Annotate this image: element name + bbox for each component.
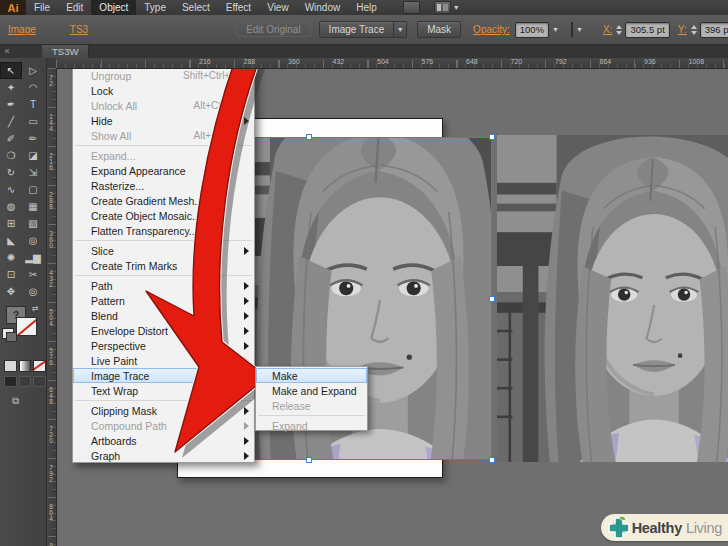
image-trace-submenu-item[interactable]: Make and Expand bbox=[256, 383, 367, 398]
rotate-tool-icon[interactable]: ↻ bbox=[0, 164, 22, 181]
menu-bar-item[interactable]: Select bbox=[174, 0, 218, 15]
object-menu-item[interactable]: Flatten Transparency... bbox=[73, 223, 254, 238]
image-trace-dropdown[interactable]: Image Trace ▼ bbox=[319, 21, 408, 38]
object-menu-item[interactable]: Artboards bbox=[73, 433, 254, 448]
menu-bar-item[interactable]: View bbox=[259, 0, 297, 15]
none-button[interactable] bbox=[33, 360, 46, 372]
image-trace-submenu-item[interactable]: Expand bbox=[256, 418, 367, 433]
selection-handle-bottom-right[interactable] bbox=[489, 457, 495, 463]
object-menu-item[interactable]: Expand... bbox=[73, 148, 254, 163]
chevron-down-icon[interactable]: ▼ bbox=[394, 21, 407, 38]
vertical-ruler[interactable]: 7 21 4 42 1 62 8 83 6 04 3 25 0 45 7 66 … bbox=[46, 68, 57, 546]
object-menu-item[interactable]: Pattern bbox=[73, 293, 254, 308]
menu-bar-item[interactable]: Edit bbox=[58, 0, 91, 15]
type-tool-icon[interactable]: T bbox=[22, 96, 44, 113]
color-button[interactable] bbox=[4, 360, 17, 372]
symbol-sprayer-tool-icon[interactable]: ✺ bbox=[0, 249, 22, 266]
menu-bar-item[interactable]: Object bbox=[91, 0, 136, 15]
object-menu-item[interactable]: Graph bbox=[73, 448, 254, 463]
draw-behind-button[interactable] bbox=[19, 376, 32, 387]
object-menu-item[interactable]: Ungroup Shift+Ctrl+G bbox=[73, 68, 254, 83]
menu-bar-item[interactable]: File bbox=[26, 0, 58, 15]
eyedropper-tool-icon[interactable]: ◣ bbox=[0, 232, 22, 249]
menu-bar-item[interactable]: Window bbox=[297, 0, 349, 15]
object-menu-item[interactable]: Unlock All Alt+Ctrl+2 bbox=[73, 98, 254, 113]
object-menu-item[interactable]: Live Paint bbox=[73, 353, 254, 368]
blend-tool-icon[interactable]: ◎ bbox=[22, 232, 44, 249]
object-type-label[interactable]: Image bbox=[8, 24, 36, 35]
paintbrush-tool-icon[interactable]: ✐ bbox=[0, 130, 22, 147]
object-menu-item[interactable]: Envelope Distort bbox=[73, 323, 254, 338]
swap-fill-stroke-icon[interactable]: ⇄ bbox=[32, 304, 39, 313]
screen-mode-icon[interactable]: ⧉ bbox=[12, 395, 46, 407]
document-tab[interactable]: TS3W bbox=[42, 44, 89, 58]
object-menu-item[interactable]: Path bbox=[73, 278, 254, 293]
perspective-grid-tool-icon[interactable]: ▦ bbox=[22, 198, 44, 215]
width-tool-icon[interactable]: ∿ bbox=[0, 181, 22, 198]
image-trace-submenu-item[interactable]: Make bbox=[256, 368, 367, 383]
chevron-down-icon[interactable]: ▼ bbox=[552, 26, 559, 33]
opacity-label[interactable]: Opacity: bbox=[473, 24, 510, 35]
image-trace-submenu-item[interactable]: Release bbox=[256, 398, 367, 413]
mesh-tool-icon[interactable]: ⊞ bbox=[0, 215, 22, 232]
zoom-tool-icon[interactable]: ◎ bbox=[22, 283, 44, 300]
object-menu-item[interactable]: Blend bbox=[73, 308, 254, 323]
gradient-button[interactable] bbox=[19, 360, 32, 372]
menu-bar-item[interactable]: Effect bbox=[218, 0, 259, 15]
object-menu-item[interactable]: Hide bbox=[73, 113, 254, 128]
bridge-icon[interactable] bbox=[403, 1, 420, 14]
pencil-tool-icon[interactable]: ✏ bbox=[22, 130, 44, 147]
scale-tool-icon[interactable]: ⇲ bbox=[22, 164, 44, 181]
object-menu-item[interactable]: Show All Alt+Ctrl+3 bbox=[73, 128, 254, 143]
free-transform-tool-icon[interactable]: ▢ bbox=[22, 181, 44, 198]
selection-tool-icon[interactable]: ↖ bbox=[0, 62, 22, 79]
pen-tool-icon[interactable]: ✒ bbox=[0, 96, 22, 113]
linked-file-label[interactable]: TS3 bbox=[70, 24, 88, 35]
reference-point-grid[interactable] bbox=[593, 23, 595, 37]
horizontal-ruler[interactable]: 2162883604325045766487207928649361008108… bbox=[56, 58, 728, 69]
workspace-switcher[interactable]: ▼ bbox=[434, 1, 460, 14]
panel-collapse-icon[interactable]: « bbox=[0, 44, 14, 58]
stroke-swatch[interactable] bbox=[16, 317, 37, 336]
style-thumbnail[interactable] bbox=[571, 22, 573, 37]
draw-normal-button[interactable] bbox=[4, 376, 17, 387]
default-fill-stroke-icon[interactable] bbox=[2, 328, 14, 339]
shape-builder-tool-icon[interactable]: ◍ bbox=[0, 198, 22, 215]
object-menu-item[interactable]: Compound Path bbox=[73, 418, 254, 433]
y-input[interactable]: 396 pt bbox=[700, 22, 728, 38]
y-stepper[interactable] bbox=[691, 25, 697, 35]
column-graph-tool-icon[interactable]: ▂▆ bbox=[22, 249, 44, 266]
object-menu-item[interactable]: Rasterize... bbox=[73, 178, 254, 193]
object-menu-item[interactable]: Perspective bbox=[73, 338, 254, 353]
object-menu-item[interactable]: Create Gradient Mesh... bbox=[73, 193, 254, 208]
magic-wand-tool-icon[interactable]: ✦ bbox=[0, 79, 22, 96]
gradient-tool-icon[interactable]: ▧ bbox=[22, 215, 44, 232]
hand-tool-icon[interactable]: ✥ bbox=[0, 283, 22, 300]
object-menu-item[interactable]: Text Wrap bbox=[73, 383, 254, 398]
chevron-down-icon[interactable]: ▼ bbox=[576, 26, 583, 33]
artboard-tool-icon[interactable]: ⊡ bbox=[0, 266, 22, 283]
edit-original-button[interactable]: Edit Original bbox=[236, 22, 310, 37]
draw-inside-button[interactable] bbox=[33, 376, 46, 387]
mask-button[interactable]: Mask bbox=[417, 21, 461, 38]
menu-bar-item[interactable]: Type bbox=[136, 0, 174, 15]
x-stepper[interactable] bbox=[616, 25, 622, 35]
slice-tool-icon[interactable]: ✂ bbox=[22, 266, 44, 283]
selection-handle-top-center[interactable] bbox=[306, 134, 312, 140]
object-menu-item[interactable]: Lock bbox=[73, 83, 254, 98]
direct-selection-tool-icon[interactable]: ▷ bbox=[22, 62, 44, 79]
rectangle-tool-icon[interactable]: ▭ bbox=[22, 113, 44, 130]
object-menu-item[interactable]: Create Trim Marks bbox=[73, 258, 254, 273]
selection-handle-top-right[interactable] bbox=[489, 134, 495, 140]
selection-handle-bottom-center[interactable] bbox=[306, 457, 312, 463]
lasso-tool-icon[interactable]: ◠ bbox=[22, 79, 44, 96]
image-trace-button[interactable]: Image Trace bbox=[319, 21, 395, 38]
eraser-tool-icon[interactable]: ◪ bbox=[22, 147, 44, 164]
object-menu-item[interactable]: Expand Appearance bbox=[73, 163, 254, 178]
opacity-input[interactable]: 100% bbox=[515, 22, 549, 38]
object-menu-item[interactable]: Slice bbox=[73, 243, 254, 258]
placed-image-zoom-clone[interactable] bbox=[497, 135, 728, 462]
object-menu-item[interactable]: Clipping Mask bbox=[73, 403, 254, 418]
object-menu-item[interactable]: Image Trace bbox=[73, 368, 254, 383]
x-input[interactable]: 305.5 pt bbox=[625, 22, 669, 38]
